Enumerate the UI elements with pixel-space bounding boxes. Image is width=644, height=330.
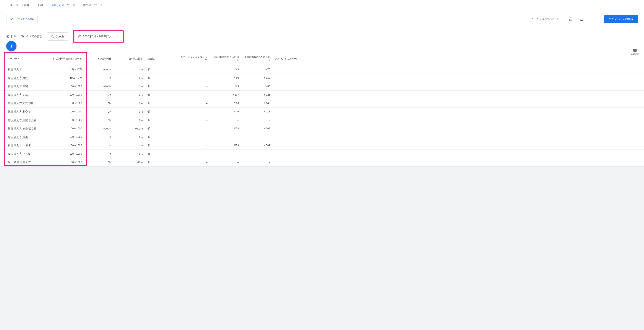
svg-point-3 — [592, 19, 593, 19]
bid-low-cell: ￥79 — [210, 141, 241, 150]
language-label: すべての言語 — [26, 35, 42, 38]
bid-low-cell: ￥3 — [210, 65, 241, 74]
header-yoy[interactable]: 前年比の推移 — [114, 52, 145, 65]
search-network-icon — [51, 35, 54, 38]
keyword-cell[interactable]: 腹筋 鍛え 方 女性 — [8, 76, 28, 79]
header-volume[interactable]: 月間平均検索ボリューム — [43, 52, 84, 65]
create-campaign-button[interactable]: キャンペーンの作成 — [604, 15, 638, 23]
keyword-cell[interactable]: 腹筋 鍛え 方 ジム — [8, 93, 28, 96]
table-header-row: キーワード 月間平均検索ボリューム 3 か月の推移 前年比の推移 競合性 広告イ… — [0, 52, 644, 65]
status-cell — [272, 99, 644, 108]
edit-plan-button[interactable]: プラン名を編集 — [6, 15, 38, 23]
date-range-filter[interactable]: 2023年5月～2024年4月 — [74, 32, 122, 41]
bid-low-cell: – — [210, 116, 241, 124]
competition-cell: 低 — [145, 99, 176, 108]
svg-line-8 — [53, 37, 54, 38]
status-cell — [272, 74, 644, 82]
network-filter[interactable]: Google — [47, 32, 68, 41]
share-icon — [569, 17, 573, 21]
table-row[interactable]: 腹筋 鍛え 方 ジム100～10000%0%低–￥107￥326 — [0, 91, 644, 99]
tab-negative-keywords[interactable]: 除外キーワード — [79, 0, 106, 11]
table-row[interactable]: 腹筋 鍛え 方 自宅100～1000+900%0%低–￥3￥83 — [0, 82, 644, 91]
status-cell — [272, 150, 644, 158]
columns-toggle[interactable]: 表示項目 — [631, 48, 639, 56]
bid-high-cell: ￥210 — [241, 74, 272, 82]
bid-low-cell: ￥3 — [210, 82, 241, 91]
competition-cell: 低 — [145, 82, 176, 91]
table-row[interactable]: 腹筋 鍛え 方 簡単100～10000%0%低––– — [0, 133, 644, 141]
impression-cell: – — [176, 108, 210, 116]
svg-point-4 — [592, 20, 593, 21]
table-row[interactable]: 腹筋 鍛え 方 自宅 初心者100～10000%0%低––– — [0, 116, 644, 124]
more-menu-button[interactable] — [589, 16, 596, 23]
impression-cell: – — [176, 74, 210, 82]
keyword-cell[interactable]: 腹筋 鍛え 方 下 腹部 — [8, 144, 31, 147]
yoy-cell: 0% — [114, 108, 145, 116]
keyword-cell[interactable]: 腹筋 鍛え 方 簡単 — [8, 135, 28, 138]
yoy-cell: 0% — [114, 99, 145, 108]
calendar-icon — [78, 35, 82, 38]
bid-high-cell: – — [241, 116, 272, 124]
yoy-cell: 0% — [114, 82, 145, 91]
keyword-cell[interactable]: 腹筋 鍛え 方 女性 初心者 — [8, 127, 36, 130]
table-row[interactable]: 腹筋 鍛え 方 女性 腰痛100～10000%0%低–￥66￥140 — [0, 99, 644, 108]
header-account-status[interactable]: アカウントのステータス — [272, 52, 644, 65]
table-row[interactable]: 反り 腰 腹筋 鍛え 方100～10000%-90%低––– — [0, 158, 644, 167]
impression-cell: – — [176, 65, 210, 74]
keyword-cell[interactable]: 腹筋 鍛え 方 自宅 — [8, 85, 28, 88]
saved-status-text: たった今保存されました — [531, 17, 559, 21]
header-three-month[interactable]: 3 か月の推移 — [84, 52, 114, 65]
status-cell — [272, 108, 644, 116]
header-competition[interactable]: 競合性 — [145, 52, 176, 65]
volume-cell: 100～1000 — [43, 108, 84, 116]
impression-cell: – — [176, 116, 210, 124]
add-keyword-fab[interactable] — [6, 41, 16, 51]
yoy-cell: 0% — [114, 150, 145, 158]
tab-saved-keywords[interactable]: 保存したキーワード — [47, 0, 79, 11]
keyword-cell[interactable]: 腹筋 鍛え 方 自宅 初心者 — [8, 119, 36, 121]
bid-high-cell: – — [241, 133, 272, 141]
share-button[interactable] — [567, 16, 574, 23]
competition-cell: 低 — [145, 124, 176, 133]
table-row[interactable]: 腹筋 鍛え 方 下 腹部100～10000%0%低–￥79￥501 — [0, 141, 644, 150]
impression-cell: – — [176, 150, 210, 158]
competition-cell: 低 — [145, 65, 176, 74]
yoy-cell: 0% — [114, 141, 145, 150]
keyword-cell[interactable]: 腹筋 鍛え 方 — [8, 68, 22, 71]
table-row[interactable]: 腹筋 鍛え 方 初心者100～10000%0%低–￥76￥213 — [0, 108, 644, 116]
keyword-cell[interactable]: 腹筋 鍛え 方 下っ腹 — [8, 152, 30, 155]
filter-bar: 日本 すべての言語 Google 2023年5月～2024年4月 — [0, 27, 644, 46]
header-top-bid-high[interactable]: 上部に掲載された広告の入 — [241, 52, 272, 65]
keyword-cell[interactable]: 腹筋 鍛え 方 初心者 — [8, 110, 30, 113]
location-filter[interactable]: 日本 — [6, 35, 16, 38]
header-impression-share[interactable]: 広告インプレッション シェア — [176, 52, 210, 65]
volume-cell: 100～1000 — [43, 116, 84, 124]
three-month-cell: 0% — [84, 141, 114, 150]
volume-cell: 100～1000 — [43, 124, 84, 133]
volume-cell: 100～1000 — [43, 141, 84, 150]
tab-suggestions[interactable]: キーワード候補 — [6, 0, 33, 11]
keyword-cell[interactable]: 反り 腰 腹筋 鍛え 方 — [8, 161, 31, 164]
tab-forecast[interactable]: 予測 — [33, 0, 47, 11]
keyword-cell[interactable]: 腹筋 鍛え 方 女性 腰痛 — [8, 102, 34, 105]
table-row[interactable]: 腹筋 鍛え 方 女性 初心者100～1000+900%+900%低–￥53￥20… — [0, 124, 644, 133]
table-row[interactable]: 腹筋 鍛え 方 女性1000～1万0%0%低–￥50￥210 — [0, 74, 644, 82]
yoy-cell: 0% — [114, 74, 145, 82]
header-top-bid-low[interactable]: 上部に掲載された広告の入 — [210, 52, 241, 65]
network-label: Google — [56, 35, 64, 38]
table-row[interactable]: 腹筋 鍛え 方1万～10万+900%0%低–￥3￥76 — [0, 65, 644, 74]
bid-low-cell: – — [210, 150, 241, 158]
bid-low-cell: ￥107 — [210, 91, 241, 99]
location-label: 日本 — [11, 35, 16, 38]
bid-high-cell: ￥501 — [241, 141, 272, 150]
table-row[interactable]: 腹筋 鍛え 方 下っ腹100～10000%0%低––– — [0, 150, 644, 158]
divider — [600, 16, 600, 23]
language-filter[interactable]: すべての言語 — [21, 35, 42, 38]
date-highlight: 2023年5月～2024年4月 — [73, 31, 124, 43]
download-button[interactable] — [578, 16, 585, 23]
svg-rect-15 — [636, 49, 636, 51]
header-keyword[interactable]: キーワード — [0, 52, 43, 65]
dropdown-icon — [116, 35, 118, 38]
bid-low-cell: ￥66 — [210, 99, 241, 108]
svg-point-6 — [8, 36, 8, 37]
